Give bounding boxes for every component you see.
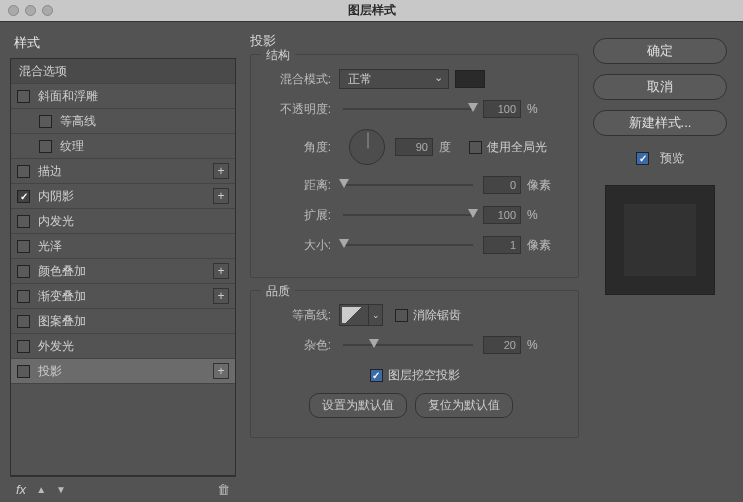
add-inner-shadow-icon[interactable]: +: [213, 188, 229, 204]
preview-toggle-row: 预览: [593, 150, 727, 167]
contour-row: 等高线: ⌄ 消除锯齿: [265, 303, 564, 327]
size-unit: 像素: [527, 237, 557, 254]
noise-row: 杂色: %: [265, 333, 564, 357]
blend-mode-dropdown[interactable]: 正常: [339, 69, 449, 89]
distance-field[interactable]: [483, 176, 521, 194]
window-controls[interactable]: [8, 5, 53, 16]
slider-thumb-icon[interactable]: [468, 103, 478, 112]
blending-options-item[interactable]: 混合选项: [11, 59, 235, 84]
titlebar: 图层样式: [0, 0, 743, 22]
style-label: 斜面和浮雕: [38, 88, 98, 105]
style-color-overlay[interactable]: 颜色叠加 +: [11, 259, 235, 284]
slider-thumb-icon[interactable]: [339, 239, 349, 248]
checkbox-inner-glow[interactable]: [17, 215, 30, 228]
center-panel: 投影 结构 混合模式: 正常 不透明度: % 角度: 度 使用全局光: [236, 22, 593, 502]
checkbox-pattern-overlay[interactable]: [17, 315, 30, 328]
style-label: 渐变叠加: [38, 288, 86, 305]
checkbox-satin[interactable]: [17, 240, 30, 253]
style-gradient-overlay[interactable]: 渐变叠加 +: [11, 284, 235, 309]
dialog-title: 图层样式: [348, 2, 396, 19]
contour-dropdown-icon[interactable]: ⌄: [369, 304, 383, 326]
reset-default-button[interactable]: 复位为默认值: [415, 393, 513, 418]
angle-field[interactable]: [395, 138, 433, 156]
angle-dial[interactable]: [349, 129, 385, 165]
slider-thumb-icon[interactable]: [468, 209, 478, 218]
size-label: 大小:: [265, 237, 339, 254]
global-light-checkbox[interactable]: [469, 141, 482, 154]
style-bevel[interactable]: 斜面和浮雕: [11, 84, 235, 109]
slider-thumb-icon[interactable]: [369, 339, 379, 348]
spread-field[interactable]: [483, 206, 521, 224]
style-satin[interactable]: 光泽: [11, 234, 235, 259]
style-pattern-overlay[interactable]: 图案叠加: [11, 309, 235, 334]
add-gradient-overlay-icon[interactable]: +: [213, 288, 229, 304]
style-drop-shadow[interactable]: 投影 +: [11, 359, 235, 384]
style-inner-glow[interactable]: 内发光: [11, 209, 235, 234]
quality-group: 品质 等高线: ⌄ 消除锯齿 杂色: % 图层挖空投影 设置为默认值: [250, 290, 579, 438]
zoom-window-icon[interactable]: [42, 5, 53, 16]
distance-slider[interactable]: [343, 184, 473, 186]
defaults-row: 设置为默认值 复位为默认值: [265, 393, 564, 417]
main-area: 样式 混合选项 斜面和浮雕 等高线 纹理 描边 + 内阴影: [0, 22, 743, 502]
style-inner-shadow[interactable]: 内阴影 +: [11, 184, 235, 209]
style-label: 内发光: [38, 213, 74, 230]
ok-button[interactable]: 确定: [593, 38, 727, 64]
move-up-icon[interactable]: ▲: [36, 484, 46, 495]
opacity-unit: %: [527, 102, 557, 116]
fx-menu-icon[interactable]: fx: [16, 482, 26, 497]
contour-picker[interactable]: [339, 304, 369, 326]
effect-title: 投影: [250, 32, 579, 50]
distance-unit: 像素: [527, 177, 557, 194]
size-field[interactable]: [483, 236, 521, 254]
add-color-overlay-icon[interactable]: +: [213, 263, 229, 279]
style-label: 颜色叠加: [38, 263, 86, 280]
global-light-label: 使用全局光: [487, 139, 547, 156]
checkbox-stroke[interactable]: [17, 165, 30, 178]
minimize-window-icon[interactable]: [25, 5, 36, 16]
knockout-checkbox[interactable]: [370, 369, 383, 382]
slider-thumb-icon[interactable]: [339, 179, 349, 188]
shadow-color-swatch[interactable]: [455, 70, 485, 88]
noise-field[interactable]: [483, 336, 521, 354]
checkbox-outer-glow[interactable]: [17, 340, 30, 353]
set-default-button[interactable]: 设置为默认值: [309, 393, 407, 418]
checkbox-bevel[interactable]: [17, 90, 30, 103]
styles-header[interactable]: 样式: [10, 32, 236, 58]
style-texture[interactable]: 纹理: [11, 134, 235, 159]
add-drop-shadow-icon[interactable]: +: [213, 363, 229, 379]
style-stroke[interactable]: 描边 +: [11, 159, 235, 184]
style-label: 图案叠加: [38, 313, 86, 330]
move-down-icon[interactable]: ▼: [56, 484, 66, 495]
checkbox-drop-shadow[interactable]: [17, 365, 30, 378]
size-slider[interactable]: [343, 244, 473, 246]
sidebar-footer: fx ▲ ▼ 🗑: [10, 476, 236, 502]
trash-icon[interactable]: 🗑: [217, 482, 230, 497]
style-label: 描边: [38, 163, 62, 180]
distance-label: 距离:: [265, 177, 339, 194]
angle-unit: 度: [439, 139, 469, 156]
opacity-slider[interactable]: [343, 108, 473, 110]
spread-slider[interactable]: [343, 214, 473, 216]
noise-unit: %: [527, 338, 557, 352]
new-style-button[interactable]: 新建样式...: [593, 110, 727, 136]
checkbox-inner-shadow[interactable]: [17, 190, 30, 203]
style-label: 等高线: [60, 113, 96, 130]
cancel-button[interactable]: 取消: [593, 74, 727, 100]
add-stroke-icon[interactable]: +: [213, 163, 229, 179]
close-window-icon[interactable]: [8, 5, 19, 16]
checkbox-texture[interactable]: [39, 140, 52, 153]
preview-checkbox[interactable]: [636, 152, 649, 165]
style-contour[interactable]: 等高线: [11, 109, 235, 134]
noise-label: 杂色:: [265, 337, 339, 354]
checkbox-color-overlay[interactable]: [17, 265, 30, 278]
antialias-checkbox[interactable]: [395, 309, 408, 322]
opacity-field[interactable]: [483, 100, 521, 118]
quality-label: 品质: [261, 283, 295, 300]
noise-slider[interactable]: [343, 344, 473, 346]
checkbox-gradient-overlay[interactable]: [17, 290, 30, 303]
spread-row: 扩展: %: [265, 203, 564, 227]
checkbox-contour[interactable]: [39, 115, 52, 128]
angle-label: 角度:: [265, 139, 339, 156]
angle-row: 角度: 度 使用全局光: [265, 127, 564, 167]
style-outer-glow[interactable]: 外发光: [11, 334, 235, 359]
